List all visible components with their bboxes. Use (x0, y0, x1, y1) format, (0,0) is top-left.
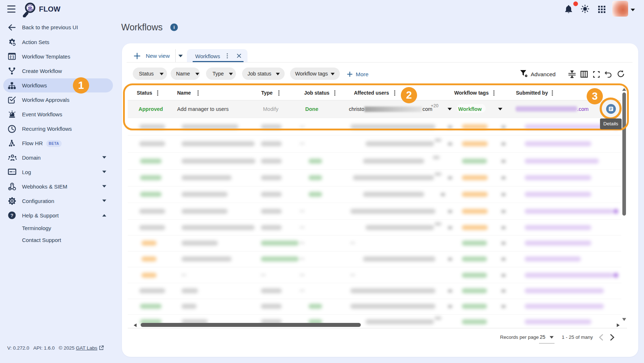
svg-text:?: ? (10, 213, 13, 218)
svg-text:{·}: {·} (10, 55, 14, 59)
